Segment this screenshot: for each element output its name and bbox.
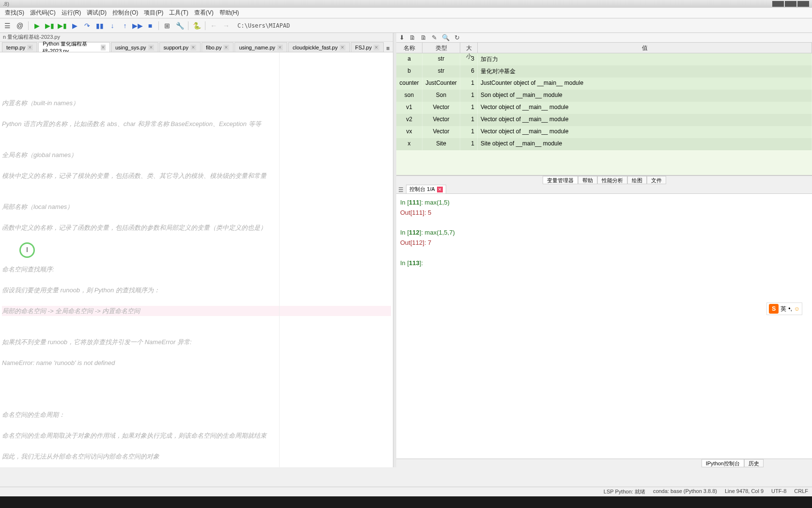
save-as-icon[interactable]: 🗎 [421,34,427,41]
status-conda[interactable]: conda: base (Python 3.8.8) [653,488,717,495]
menu-item[interactable]: 控制台(O) [109,8,141,18]
ime-indicator[interactable]: S 英 •, ☺ [766,302,802,315]
close-icon[interactable]: ✕ [437,187,443,192]
menu-item[interactable]: 调试(D) [84,8,109,18]
close-icon[interactable]: ✕ [190,45,196,50]
editor-tab[interactable]: using_sys.py✕ [111,42,158,52]
close-icon[interactable]: ✕ [27,45,33,50]
close-icon[interactable]: ✕ [148,45,154,50]
editor-tab[interactable]: FSJ.py✕ [351,42,384,52]
taskbar[interactable] [0,496,812,508]
import-icon[interactable]: ⬇ [399,34,405,41]
debug-icon[interactable]: ▶ [69,20,80,31]
console-bottom-tab[interactable]: IPython控制台 [702,459,744,467]
variable-row[interactable]: vxVector1Vector object of __main__ modul… [396,126,812,138]
code-line: 假设我们要使用变量 runoob，则 Python 的查找顺序为： [2,286,160,294]
status-encoding[interactable]: UTF-8 [771,488,786,495]
back-icon[interactable]: ← [208,20,219,31]
stop-icon[interactable]: ■ [145,20,156,31]
variable-cell: counter [396,78,422,90]
variable-cell: x [396,138,422,150]
close-icon[interactable]: ✕ [374,45,379,50]
header-value[interactable]: 值 [478,43,812,53]
variable-row[interactable]: sonSon1Son object of __main__ module [396,90,812,102]
code-editor[interactable]: 内置名称（built-in names） Python 语言内置的名称，比如函数… [0,52,393,467]
refresh-icon[interactable]: ↻ [454,34,460,41]
editor-tab[interactable]: using_name.py✕ [234,42,287,52]
explorer-tabs: 变量管理器帮助性能分析绘图文件 [396,175,812,184]
console-menu-icon[interactable]: ☰ [398,187,406,193]
menu-item[interactable]: 项目(P) [141,8,166,18]
min-button[interactable] [772,1,784,7]
variable-row[interactable]: astr3加百力 [396,53,812,65]
editor-tab[interactable]: Python 量化编程基础-2023.py✕ [38,42,110,52]
max-button[interactable] [785,1,796,7]
clear-icon[interactable]: ✎ [432,34,437,41]
editor-tab[interactable]: temp.py✕ [2,42,37,52]
close-button[interactable] [797,1,809,7]
breadcrumb[interactable]: n 量化编程基础-2023.py [0,33,393,42]
variable-row[interactable]: counterJustCounter1JustCounter object of… [396,78,812,90]
close-icon[interactable]: ✕ [223,45,229,50]
right-pane: ⬇ 🗎 🗎 ✎ 🔍 ↻ 名称 类型 大小 值 astr3加百力bstr6量化对冲… [396,33,812,467]
console-bottom-tab[interactable]: 历史 [744,459,764,467]
editor-tab[interactable]: support.py✕ [159,42,201,52]
ipython-console[interactable]: In [111]: max(1,5) Out[111]: 5 In [112]:… [396,194,812,459]
run-cell-advance-icon[interactable]: ▶▮ [57,20,67,31]
editor-tab[interactable]: fibo.py✕ [202,42,234,52]
close-icon[interactable]: ✕ [277,45,283,50]
header-type[interactable]: 类型 [422,43,460,53]
header-name[interactable]: 名称 [396,43,422,53]
step-out-icon[interactable]: ↑ [120,20,130,31]
search-icon[interactable]: 🔍 [442,34,450,41]
explorer-tab[interactable]: 绘图 [627,176,647,184]
menu-item[interactable]: 查找(S) [2,8,27,18]
python-icon[interactable]: 🐍 [191,20,202,31]
explorer-tab[interactable]: 帮助 [578,176,597,184]
save-icon[interactable]: 🗎 [409,34,416,41]
at-icon[interactable]: @ [15,20,25,31]
variable-row[interactable]: v2Vector1Vector object of __main__ modul… [396,114,812,126]
menu-item[interactable]: 查看(V) [191,8,217,18]
menu-item[interactable]: 帮助(H) [217,8,242,18]
step-into-icon[interactable]: ↓ [107,20,118,31]
working-dir[interactable]: C:\Users\MIAPAD [237,22,290,29]
variable-row[interactable]: xSite1Site object of __main__ module [396,138,812,150]
status-eol[interactable]: CRLF [794,488,808,495]
ime-punct: •, [788,305,792,312]
console-tab-label: 控制台 1/A [409,186,435,193]
menu-item[interactable]: 源代码(C) [27,8,59,18]
emoji-icon[interactable]: ☺ [794,305,800,312]
variable-row[interactable]: v1Vector1Vector object of __main__ modul… [396,102,812,114]
status-line[interactable]: Line 9478, Col 9 [725,488,764,495]
run-cell-icon[interactable]: ▶▮ [44,20,55,31]
variable-row[interactable]: bstr6量化对冲基金 [396,65,812,78]
explorer-tab[interactable]: 变量管理器 [543,176,578,184]
pause-icon[interactable]: ▮▮ [94,20,105,31]
settings-icon[interactable]: 🔧 [174,20,185,31]
menu-item[interactable]: 工具(T) [166,8,191,18]
explorer-tab[interactable]: 文件 [647,176,666,184]
menu-item[interactable]: 运行(R) [59,8,84,18]
variable-cell: Vector [422,126,460,138]
explorer-tab[interactable]: 性能分析 [597,176,627,184]
variable-cell: b [396,65,422,78]
close-icon[interactable]: ✕ [101,45,106,50]
status-lsp[interactable]: LSP Python: 就绪 [604,488,645,495]
run-icon[interactable]: ▶ [31,20,42,31]
ruler [279,52,280,467]
code-line [2,421,4,429]
status-bar: LSP Python: 就绪 conda: base (Python 3.8.8… [0,487,812,496]
layout-icon[interactable]: ⊞ [162,20,172,31]
menu-icon[interactable]: ☰ [2,20,13,31]
continue-icon[interactable]: ▶▶ [132,20,143,31]
step-over-icon[interactable]: ↷ [82,20,93,31]
window-controls [772,1,809,7]
code-line: 命名空间查找顺序: [2,266,54,273]
editor-tab[interactable]: cloudpickle_fast.py✕ [288,42,350,52]
header-size[interactable]: 大小 [460,43,478,53]
console-tab[interactable]: 控制台 1/A ✕ [406,185,446,193]
forward-icon[interactable]: → [221,20,232,31]
tabs-menu-icon[interactable]: ≡ [385,45,391,52]
close-icon[interactable]: ✕ [340,45,345,50]
